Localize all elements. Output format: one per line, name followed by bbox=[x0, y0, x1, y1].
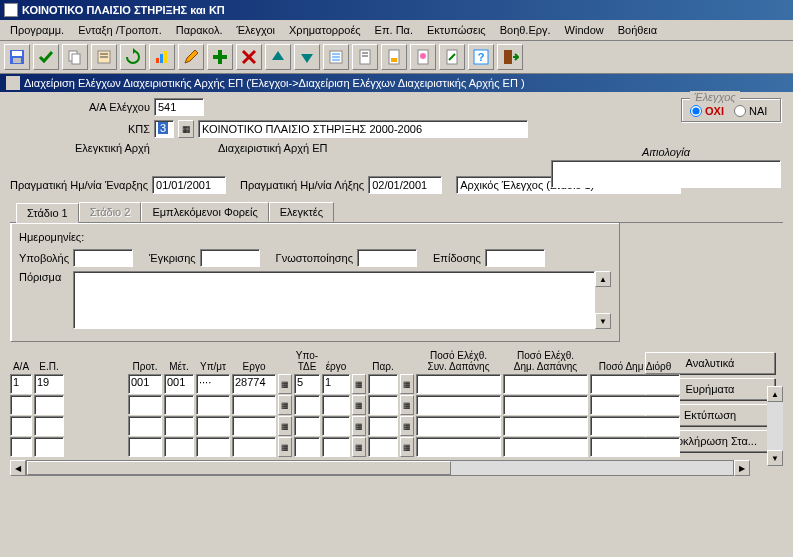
grid-vscroll[interactable]: ▲ ▼ bbox=[767, 386, 783, 466]
approve-field[interactable] bbox=[200, 249, 260, 267]
radio-no-label[interactable]: ΟΧΙ bbox=[690, 105, 724, 117]
lookup-ergo-0[interactable]: ▦ bbox=[278, 374, 292, 394]
tab-auditors[interactable]: Ελεγκτές bbox=[269, 202, 334, 222]
cell-posodiorth-0[interactable] bbox=[590, 374, 680, 394]
cell-ypotde-3[interactable] bbox=[294, 437, 320, 457]
cell-met-3[interactable] bbox=[164, 437, 194, 457]
lookup-ergo2-2[interactable]: ▦ bbox=[352, 416, 366, 436]
kps-desc-field[interactable] bbox=[198, 120, 528, 138]
cell-posodhm-1[interactable] bbox=[503, 395, 588, 415]
cell-pososyn-0[interactable] bbox=[416, 374, 501, 394]
hscroll-thumb[interactable] bbox=[27, 461, 451, 475]
save-icon[interactable] bbox=[4, 44, 30, 70]
copy-icon[interactable] bbox=[62, 44, 88, 70]
cell-posodiorth-3[interactable] bbox=[590, 437, 680, 457]
tab-stage2[interactable]: Στάδιο 2 bbox=[79, 202, 142, 222]
delete-icon[interactable] bbox=[236, 44, 262, 70]
vscroll-track[interactable] bbox=[767, 402, 783, 450]
menu-elegxoi[interactable]: Έλεγχοι bbox=[230, 22, 281, 38]
cell-ergo-1[interactable] bbox=[232, 395, 276, 415]
cell-met-1[interactable] bbox=[164, 395, 194, 415]
hscroll-right-icon[interactable]: ▶ bbox=[734, 460, 750, 476]
cell-aa-0[interactable]: 1 bbox=[10, 374, 32, 394]
end-date-field[interactable] bbox=[368, 176, 442, 194]
cell-ergo2-0[interactable]: 1 bbox=[322, 374, 350, 394]
grid-hscroll[interactable]: ◀ ▶ bbox=[10, 460, 750, 476]
lookup-par-2[interactable]: ▦ bbox=[400, 416, 414, 436]
submit-field[interactable] bbox=[73, 249, 133, 267]
reason-field[interactable] bbox=[551, 160, 781, 188]
vscroll-up-icon[interactable]: ▲ bbox=[767, 386, 783, 402]
menu-boitherg[interactable]: Βοηθ.Εργ. bbox=[494, 22, 557, 38]
menu-parakol[interactable]: Παρακολ. bbox=[170, 22, 229, 38]
help-icon[interactable]: ? bbox=[468, 44, 494, 70]
down-icon[interactable] bbox=[294, 44, 320, 70]
add-icon[interactable] bbox=[207, 44, 233, 70]
menu-voitheia[interactable]: Βοήθεια bbox=[612, 22, 663, 38]
lookup-ergo-3[interactable]: ▦ bbox=[278, 437, 292, 457]
form-icon[interactable] bbox=[91, 44, 117, 70]
check-icon[interactable] bbox=[33, 44, 59, 70]
doc4-icon[interactable] bbox=[439, 44, 465, 70]
cell-par-0[interactable] bbox=[368, 374, 398, 394]
chart-icon[interactable] bbox=[149, 44, 175, 70]
cell-aa-3[interactable] bbox=[10, 437, 32, 457]
cell-ergo-2[interactable] bbox=[232, 416, 276, 436]
kps-lookup-icon[interactable]: ▦ bbox=[178, 120, 194, 138]
finding-textarea[interactable] bbox=[73, 271, 595, 329]
doc3-icon[interactable] bbox=[410, 44, 436, 70]
radio-yes-label[interactable]: ΝΑΙ bbox=[734, 105, 767, 117]
cell-pososyn-3[interactable] bbox=[416, 437, 501, 457]
tab-stage1[interactable]: Στάδιο 1 bbox=[16, 203, 79, 223]
menu-eppa[interactable]: Επ. Πα. bbox=[369, 22, 419, 38]
lookup-par-3[interactable]: ▦ bbox=[400, 437, 414, 457]
lookup-par-1[interactable]: ▦ bbox=[400, 395, 414, 415]
cell-ypmt-1[interactable] bbox=[196, 395, 230, 415]
menu-window[interactable]: Window bbox=[559, 22, 610, 38]
menu-programm[interactable]: Προγραμμ. bbox=[4, 22, 70, 38]
menu-ektyposeis[interactable]: Εκτυπώσεις bbox=[421, 22, 492, 38]
vscroll-down-icon[interactable]: ▼ bbox=[767, 450, 783, 466]
cell-ypmt-3[interactable] bbox=[196, 437, 230, 457]
cell-ergo2-1[interactable] bbox=[322, 395, 350, 415]
hscroll-left-icon[interactable]: ◀ bbox=[10, 460, 26, 476]
doc1-icon[interactable] bbox=[352, 44, 378, 70]
cell-posodiorth-2[interactable] bbox=[590, 416, 680, 436]
cell-met-0[interactable]: 001 bbox=[164, 374, 194, 394]
cell-prot-3[interactable] bbox=[128, 437, 162, 457]
cell-ep-2[interactable] bbox=[34, 416, 64, 436]
cell-ypmt-2[interactable] bbox=[196, 416, 230, 436]
exit-icon[interactable] bbox=[497, 44, 523, 70]
menu-entaxi[interactable]: Ενταξη /Τροποπ. bbox=[72, 22, 168, 38]
cell-ep-1[interactable] bbox=[34, 395, 64, 415]
cell-prot-1[interactable] bbox=[128, 395, 162, 415]
lookup-ergo2-1[interactable]: ▦ bbox=[352, 395, 366, 415]
edit-icon[interactable] bbox=[178, 44, 204, 70]
cell-posodiorth-1[interactable] bbox=[590, 395, 680, 415]
cell-par-3[interactable] bbox=[368, 437, 398, 457]
cell-ergo-0[interactable]: 28774 bbox=[232, 374, 276, 394]
cell-ergo2-2[interactable] bbox=[322, 416, 350, 436]
cell-posodhm-0[interactable] bbox=[503, 374, 588, 394]
start-date-field[interactable] bbox=[152, 176, 226, 194]
cell-prot-0[interactable]: 001 bbox=[128, 374, 162, 394]
radio-yes[interactable] bbox=[734, 105, 746, 117]
cell-ergo2-3[interactable] bbox=[322, 437, 350, 457]
aa-field[interactable] bbox=[154, 98, 204, 116]
kps-field[interactable]: 3 bbox=[154, 120, 174, 138]
doc2-icon[interactable] bbox=[381, 44, 407, 70]
scroll-track[interactable] bbox=[595, 287, 611, 313]
deliver-field[interactable] bbox=[485, 249, 545, 267]
cell-ypotde-0[interactable]: 5 bbox=[294, 374, 320, 394]
scroll-down-icon[interactable]: ▼ bbox=[595, 313, 611, 329]
cell-pososyn-2[interactable] bbox=[416, 416, 501, 436]
refresh-icon[interactable] bbox=[120, 44, 146, 70]
cell-ep-3[interactable] bbox=[34, 437, 64, 457]
cell-par-1[interactable] bbox=[368, 395, 398, 415]
lookup-ergo-1[interactable]: ▦ bbox=[278, 395, 292, 415]
cell-pososyn-1[interactable] bbox=[416, 395, 501, 415]
lookup-ergo2-3[interactable]: ▦ bbox=[352, 437, 366, 457]
menu-xrimatorroes[interactable]: Χρηματορροές bbox=[283, 22, 367, 38]
cell-posodhm-2[interactable] bbox=[503, 416, 588, 436]
scroll-up-icon[interactable]: ▲ bbox=[595, 271, 611, 287]
